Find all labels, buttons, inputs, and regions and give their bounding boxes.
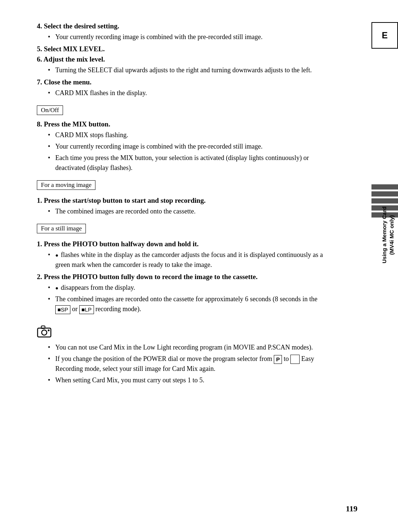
page-container: E Using a Memory Card (MV4i MC only) 4. … xyxy=(0,0,398,532)
step-5-heading: 5. Select MIX LEVEL. xyxy=(37,45,332,53)
sidebar-label-line2: (MV4i MC only) xyxy=(388,215,395,255)
stripe-1 xyxy=(371,184,398,189)
step-4-heading: 4. Select the desired setting. xyxy=(37,22,332,30)
step-2-still-section: 2. Press the PHOTO button fully down to … xyxy=(37,273,332,314)
step-8-section: 8. Press the MIX button. CARD MIX stops … xyxy=(37,120,332,173)
step-6-heading: 6. Adjust the mix level. xyxy=(37,55,332,63)
step-8-bullet-2: Your currently recording image is combin… xyxy=(48,142,332,152)
stripe-3 xyxy=(371,198,398,204)
step-4-bullets: Your currently recording image is combin… xyxy=(48,32,332,42)
step-6-bullets: Turning the SELECT dial upwards adjusts … xyxy=(48,65,332,75)
step-8-bullets: CARD MIX stops flashing. Your currently … xyxy=(48,130,332,173)
step-4-section: 4. Select the desired setting. Your curr… xyxy=(37,22,332,42)
main-content: 4. Select the desired setting. Your curr… xyxy=(37,22,332,390)
step-4-bullet-1: Your currently recording image is combin… xyxy=(48,32,332,42)
note-item-3: When setting Card Mix, you must carry ou… xyxy=(48,375,332,385)
step-2-still-bullets: ● disappears from the display. The combi… xyxy=(48,283,332,314)
square-key xyxy=(290,355,300,364)
svg-point-3 xyxy=(48,330,50,331)
still-image-bullets: ● flashes white in the display as the ca… xyxy=(48,250,332,270)
moving-image-section: For a moving image 1. Press the start/st… xyxy=(37,176,332,216)
note-section: You can not use Card Mix in the Low Ligh… xyxy=(37,321,332,390)
page-number: 119 xyxy=(346,504,357,514)
sidebar-label: Using a Memory Card (MV4i MC only) xyxy=(381,206,395,263)
still-image-tag: For a still image xyxy=(37,224,86,233)
e-lp-key: ■LP xyxy=(79,305,94,314)
camera-icon xyxy=(37,324,52,338)
step-8-bullet-1: CARD MIX stops flashing. xyxy=(48,130,332,140)
still-image-section: For a still image 1. Press the PHOTO but… xyxy=(37,219,332,270)
still-image-bullet-1: ● flashes white in the display as the ca… xyxy=(48,250,332,270)
step-6-bullet-1: Turning the SELECT dial upwards adjusts … xyxy=(48,65,332,75)
moving-image-bullet-1: The combined images are recorded onto th… xyxy=(48,206,332,216)
p-key: P xyxy=(274,355,282,364)
step-7-bullet-1: CARD MIX flashes in the display. xyxy=(48,88,332,98)
tab-e-label: E xyxy=(382,30,388,41)
moving-image-tag: For a moving image xyxy=(37,180,95,190)
onoff-tag: On/Off xyxy=(37,105,63,115)
step-2-bullet-2: The combined images are recorded onto th… xyxy=(48,294,332,314)
step-2-still-heading: 2. Press the PHOTO button fully down to … xyxy=(37,273,332,281)
step-6-section: 6. Adjust the mix level. Turning the SEL… xyxy=(37,55,332,75)
step-8-heading: 8. Press the MIX button. xyxy=(37,120,332,128)
step-2-bullet-1: ● disappears from the display. xyxy=(48,283,332,293)
circle-bullet-2-icon: ● xyxy=(55,285,58,291)
tab-e: E xyxy=(371,22,398,49)
step-7-heading: 7. Close the menu. xyxy=(37,78,332,86)
note-item-1: You can not use Card Mix in the Low Ligh… xyxy=(48,343,332,352)
step-8-bullet-3: Each time you press the MIX button, your… xyxy=(48,153,332,173)
sidebar-label-line1: Using a Memory Card xyxy=(381,206,387,263)
note-item-2: If you change the position of the POWER … xyxy=(48,354,332,374)
e-sp-key: ■SP xyxy=(55,305,70,314)
still-image-step1-heading: 1. Press the PHOTO button halfway down a… xyxy=(37,240,332,248)
svg-point-1 xyxy=(42,330,47,335)
step-7-bullets: CARD MIX flashes in the display. xyxy=(48,88,332,98)
step-5-section: 5. Select MIX LEVEL. xyxy=(37,45,332,53)
circle-bullet-icon: ● xyxy=(55,253,58,258)
note-list: You can not use Card Mix in the Low Ligh… xyxy=(48,343,332,387)
moving-image-step1-heading: 1. Press the start/stop button to start … xyxy=(37,197,332,205)
moving-image-bullets: The combined images are recorded onto th… xyxy=(48,206,332,216)
step-7-section: 7. Close the menu. CARD MIX flashes in t… xyxy=(37,78,332,118)
stripe-2 xyxy=(371,191,398,197)
note-icon xyxy=(37,324,332,340)
